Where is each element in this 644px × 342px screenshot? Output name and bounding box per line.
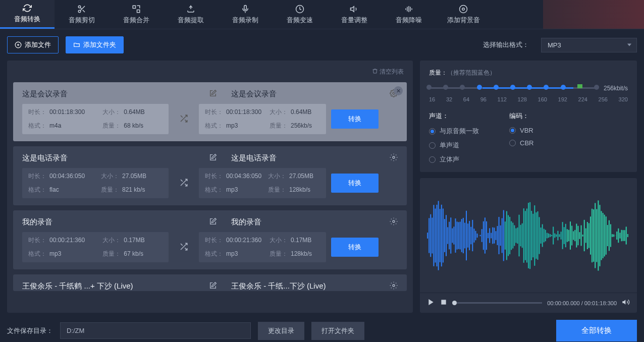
svg-rect-5 (133, 6, 135, 8)
file-title-in: 王俊余乐 - 千纸鹤 ...+ 下沙 (Live) (22, 281, 209, 291)
svg-line-27 (181, 180, 183, 182)
tab-label: 音频提取 (178, 16, 204, 25)
convert-button[interactable]: 转换 (331, 174, 379, 193)
rename-icon[interactable] (209, 281, 221, 291)
add-file-button[interactable]: 添加文件 (7, 36, 59, 53)
channel-title: 声道： (429, 111, 479, 121)
settings-icon[interactable] (390, 153, 398, 163)
add-folder-button[interactable]: 添加文件夹 (66, 36, 124, 53)
radio-channel-stereo[interactable]: 立体声 (429, 155, 479, 164)
svg-point-15 (460, 5, 467, 13)
watermark (543, 0, 644, 29)
tab-label: 音频合并 (123, 16, 149, 25)
file-title-out: 这是电话录音 (231, 153, 385, 163)
trash-icon (372, 68, 378, 74)
tab-bgm[interactable]: 添加背景音 (436, 0, 491, 29)
tab-audio-extract[interactable]: 音频提取 (164, 0, 218, 29)
shuffle-icon (174, 242, 194, 253)
svg-point-28 (393, 220, 395, 222)
file-card[interactable]: 王俊余乐 - 千纸鹤 ...+ 下沙 (Live) 王俊余乐 - 千纸...下沙… (13, 274, 407, 291)
tab-volume-adjust[interactable]: 音量调整 (327, 0, 382, 29)
output-format-select[interactable]: MP3 (541, 38, 637, 52)
radio-encoding-cbr[interactable]: CBR (509, 139, 533, 147)
play-button[interactable] (427, 298, 435, 308)
rename-icon[interactable] (209, 89, 221, 99)
tab-label: 音频录制 (232, 16, 258, 25)
quality-slider[interactable] (429, 83, 597, 93)
stop-button[interactable] (440, 299, 447, 307)
svg-point-32 (393, 284, 395, 287)
folder-icon (73, 41, 80, 48)
open-folder-button[interactable]: 打开文件夹 (311, 322, 364, 340)
close-button[interactable]: ✕ (394, 86, 403, 95)
format-label: 选择输出格式： (483, 40, 529, 49)
settings-icon[interactable] (390, 281, 398, 291)
tab-audio-speed[interactable]: 音频变速 (273, 0, 327, 29)
svg-marker-163 (428, 299, 433, 305)
extract-icon (186, 5, 195, 14)
meta-in: 时长：00:04:36:050 大小：27.05MB 格式：flac 质量：82… (22, 168, 169, 198)
refresh-icon (23, 4, 32, 13)
rename-icon[interactable] (209, 153, 221, 163)
slider-ticks: 16326496112128160192224256320 (429, 96, 628, 102)
denoise-icon (404, 5, 413, 14)
meta-in: 时长：00:00:21:360 大小：0.17MB 格式：mp3 质量：67 k… (22, 232, 169, 262)
time-display: 00:00:00.000 / 00:01:18:300 (547, 300, 617, 306)
file-title-out: 王俊余乐 - 千纸...下沙 (Live) (231, 281, 385, 291)
cut-icon (77, 5, 86, 14)
file-list-panel: 清空列表 ✕ 这是会议录音 这是会议录音 时长：00:01:18:300 大小：… (7, 61, 413, 313)
meta-out: 时长：00:00:21:360 大小：0.17MB 格式：mp3 质量：128k… (199, 232, 326, 262)
tab-audio-cut[interactable]: 音频剪切 (55, 0, 109, 29)
change-dir-button[interactable]: 更改目录 (258, 322, 304, 340)
meta-out: 时长：00:04:36:050 大小：27.05MB 格式：mp3 质量：128… (199, 168, 326, 198)
format-value: MP3 (548, 41, 561, 49)
progress-bar[interactable] (452, 302, 542, 304)
volume-button[interactable] (622, 298, 630, 308)
tab-audio-record[interactable]: 音频录制 (218, 0, 273, 29)
tab-denoise[interactable]: 音频降噪 (382, 0, 436, 29)
footer: 文件保存目录： D:/ZM 更改目录 打开文件夹 全部转换 (0, 313, 644, 342)
svg-line-4 (80, 8, 82, 9)
save-path-input[interactable]: D:/ZM (60, 322, 251, 339)
merge-icon (132, 5, 141, 14)
radio-channel-same[interactable]: 与原音频一致 (429, 127, 479, 136)
svg-point-24 (393, 156, 395, 158)
tab-audio-merge[interactable]: 音频合并 (109, 0, 164, 29)
svg-point-1 (78, 10, 81, 13)
file-card[interactable]: ✕ 这是会议录音 这是会议录音 时长：00:01:18:300 大小：0.64M… (13, 82, 407, 141)
file-title-out: 我的录音 (231, 217, 385, 227)
svg-marker-165 (622, 300, 625, 304)
volume-icon (350, 5, 359, 14)
svg-point-16 (462, 8, 465, 10)
file-card[interactable]: 我的录音 我的录音 时长：00:00:21:360 大小：0.17MB 格式：m… (13, 210, 407, 269)
radio-encoding-vbr[interactable]: VBR (509, 127, 533, 134)
convert-all-button[interactable]: 全部转换 (556, 320, 637, 341)
tab-label: 音量调整 (341, 16, 367, 25)
meta-out: 时长：00:01:18:300 大小：0.64MB 格式：mp3 质量：256k… (199, 104, 326, 134)
quality-panel: 质量：（推荐范围蓝色） 256kbit/s 163264961121281601… (420, 61, 637, 172)
bitrate-value: 256kbit/s (604, 85, 628, 92)
radio-channel-mono[interactable]: 单声道 (429, 141, 479, 150)
bgm-icon (459, 5, 468, 14)
svg-rect-6 (137, 10, 140, 12)
save-path-label: 文件保存目录： (7, 326, 53, 335)
file-title-in: 我的录音 (22, 217, 209, 227)
tab-label: 音频降噪 (396, 16, 422, 25)
file-card[interactable]: 这是电话录音 这是电话录音 时长：00:04:36:050 大小：27.05MB… (13, 146, 407, 205)
svg-line-23 (181, 116, 183, 118)
convert-button[interactable]: 转换 (331, 238, 379, 257)
settings-icon[interactable] (390, 217, 398, 227)
convert-button[interactable]: 转换 (331, 109, 379, 129)
rename-icon[interactable] (209, 217, 221, 227)
top-tabs: 音频转换 音频剪切 音频合并 音频提取 音频录制 音频变速 音量调整 音频降噪 … (0, 0, 644, 29)
quality-title: 质量：（推荐范围蓝色） (429, 69, 628, 77)
waveform-panel: 00:00:00.000 / 00:01:18:300 (420, 178, 637, 313)
shuffle-icon (174, 178, 194, 189)
player-controls: 00:00:00.000 / 00:01:18:300 (420, 293, 637, 313)
channel-options: 声道： 与原音频一致 单声道 立体声 (429, 111, 479, 164)
clear-list-button[interactable]: 清空列表 (13, 67, 407, 77)
tab-label: 添加背景音 (447, 16, 480, 25)
tab-label: 音频转换 (14, 15, 40, 24)
file-title-out: 这是会议录音 (231, 89, 385, 99)
tab-audio-convert[interactable]: 音频转换 (0, 0, 55, 29)
